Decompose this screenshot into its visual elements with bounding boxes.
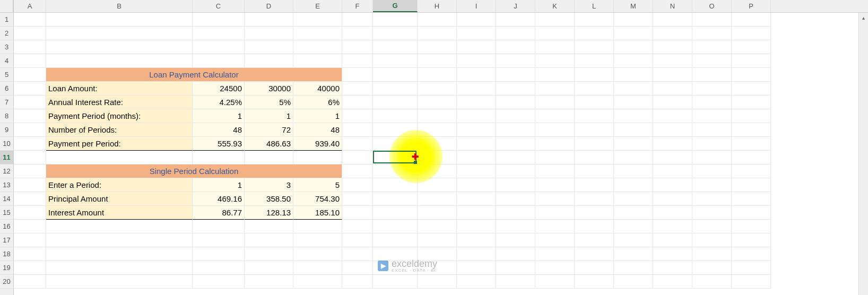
row-header-8[interactable]: 8 — [0, 109, 13, 123]
cell[interactable] — [496, 220, 535, 233]
row-header-16[interactable]: 16 — [0, 220, 13, 233]
cell[interactable] — [653, 261, 692, 275]
cell[interactable] — [732, 13, 771, 27]
cell[interactable] — [245, 151, 293, 164]
cell[interactable] — [193, 27, 245, 40]
cell[interactable] — [373, 40, 418, 54]
row-header-1[interactable]: 1 — [0, 13, 13, 27]
row-header-3[interactable]: 3 — [0, 40, 13, 54]
cell[interactable] — [614, 164, 653, 178]
cell[interactable] — [575, 178, 614, 192]
cell[interactable] — [457, 178, 496, 192]
cell[interactable] — [342, 137, 373, 151]
col-header-M[interactable]: M — [614, 0, 653, 12]
row-header-7[interactable]: 7 — [0, 96, 13, 109]
cell[interactable] — [418, 68, 457, 82]
cell[interactable] — [418, 164, 457, 178]
cell[interactable] — [293, 233, 342, 247]
col-header-D[interactable]: D — [245, 0, 293, 12]
cell[interactable] — [418, 13, 457, 27]
cell[interactable] — [653, 151, 692, 164]
cell[interactable] — [614, 247, 653, 261]
cell[interactable] — [732, 40, 771, 54]
cell[interactable] — [373, 109, 418, 123]
cell[interactable] — [692, 275, 732, 289]
cell[interactable] — [575, 82, 614, 96]
cell[interactable] — [193, 233, 245, 247]
cell[interactable] — [614, 82, 653, 96]
cell-E8[interactable]: 1 — [293, 109, 342, 123]
col-header-L[interactable]: L — [575, 0, 614, 12]
cell[interactable] — [614, 27, 653, 40]
cell[interactable] — [692, 206, 732, 220]
cell[interactable] — [46, 27, 193, 40]
cell-D9[interactable]: 72 — [245, 123, 293, 137]
row-header-15[interactable]: 15 — [0, 206, 13, 220]
cell[interactable] — [732, 96, 771, 109]
cell[interactable] — [245, 13, 293, 27]
vertical-scrollbar[interactable]: ▴ — [858, 13, 868, 295]
cell-D10[interactable]: 486.63 — [245, 137, 293, 151]
cell[interactable] — [14, 233, 46, 247]
cell[interactable] — [575, 247, 614, 261]
cell[interactable] — [46, 151, 193, 164]
cell[interactable] — [535, 40, 575, 54]
cell-E15[interactable]: 185.10 — [293, 206, 342, 220]
cell[interactable] — [342, 261, 373, 275]
cell[interactable] — [535, 192, 575, 206]
cell[interactable] — [14, 220, 46, 233]
cell[interactable] — [496, 40, 535, 54]
cell[interactable] — [193, 247, 245, 261]
cell[interactable] — [342, 96, 373, 109]
cell[interactable] — [342, 82, 373, 96]
cell[interactable] — [614, 206, 653, 220]
cell[interactable] — [575, 13, 614, 27]
cell[interactable] — [457, 123, 496, 137]
cell[interactable] — [14, 96, 46, 109]
cell[interactable] — [245, 220, 293, 233]
cell[interactable] — [535, 27, 575, 40]
cell[interactable] — [418, 151, 457, 164]
cell[interactable] — [653, 220, 692, 233]
cell[interactable] — [193, 261, 245, 275]
cell[interactable] — [692, 123, 732, 137]
cell[interactable] — [653, 96, 692, 109]
cell[interactable] — [692, 137, 732, 151]
cell[interactable] — [46, 233, 193, 247]
cell[interactable] — [732, 123, 771, 137]
cell[interactable] — [535, 178, 575, 192]
cell[interactable] — [575, 96, 614, 109]
cell[interactable] — [14, 192, 46, 206]
cell[interactable] — [14, 178, 46, 192]
cell[interactable] — [496, 164, 535, 178]
cell[interactable] — [614, 275, 653, 289]
cell[interactable] — [14, 82, 46, 96]
cell[interactable] — [457, 82, 496, 96]
cell[interactable] — [342, 164, 373, 178]
cell-E9[interactable]: 48 — [293, 123, 342, 137]
cell[interactable] — [732, 192, 771, 206]
cell[interactable] — [342, 151, 373, 164]
cell-E13[interactable]: 5 — [293, 178, 342, 192]
cell[interactable] — [732, 178, 771, 192]
cell[interactable] — [193, 54, 245, 68]
cell[interactable] — [496, 68, 535, 82]
cell[interactable] — [732, 247, 771, 261]
cell[interactable] — [575, 233, 614, 247]
cell[interactable] — [193, 220, 245, 233]
cell[interactable] — [14, 151, 46, 164]
cell[interactable] — [418, 206, 457, 220]
cell[interactable] — [418, 123, 457, 137]
cell[interactable] — [692, 233, 732, 247]
cell[interactable] — [692, 82, 732, 96]
cell[interactable] — [373, 220, 418, 233]
cell[interactable] — [653, 40, 692, 54]
cell[interactable] — [373, 123, 418, 137]
cell[interactable] — [614, 151, 653, 164]
cell[interactable] — [293, 247, 342, 261]
cell[interactable] — [418, 192, 457, 206]
cell[interactable] — [373, 13, 418, 27]
cell[interactable] — [457, 233, 496, 247]
cell[interactable] — [245, 247, 293, 261]
cell[interactable] — [342, 68, 373, 82]
